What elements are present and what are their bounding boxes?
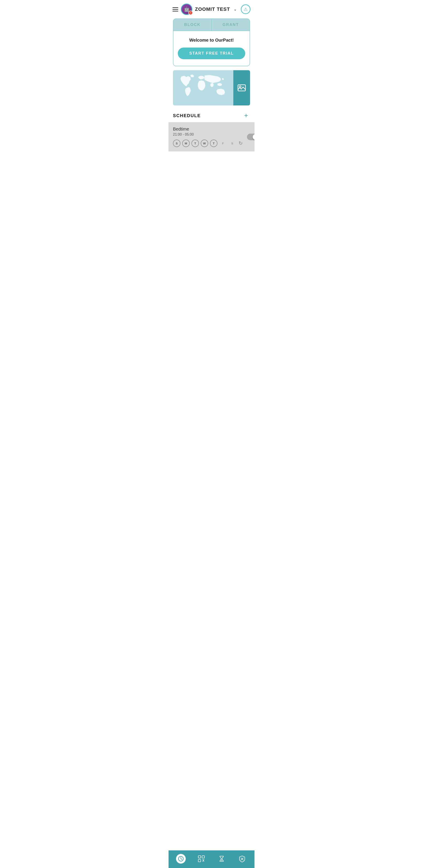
hourglass-icon <box>218 855 225 862</box>
add-schedule-button[interactable]: + <box>242 112 250 120</box>
schedule-time: 21:00 - 05:00 <box>173 132 243 136</box>
nav-schedule[interactable] <box>171 854 191 864</box>
schedule-nav-icon-wrap <box>176 854 186 864</box>
nav-block[interactable] <box>232 854 252 864</box>
map-image-button[interactable] <box>233 70 250 105</box>
repeat-icon[interactable]: ↻ <box>238 141 243 146</box>
app-header: 🤖 ! ZOOMIT TEST ⌄ ⚠ <box>169 0 254 19</box>
apps-icon <box>198 855 205 862</box>
tab-content-welcome: Welcome to OurPact! START FREE TRIAL <box>173 31 250 66</box>
start-trial-button[interactable]: START FREE TRIAL <box>178 48 245 59</box>
map-svg <box>173 70 233 105</box>
bedtime-schedule-card[interactable]: Bedtime 21:00 - 05:00 S M T W T F S ↻ <box>169 122 254 151</box>
day-friday[interactable]: F <box>219 140 227 147</box>
toggle-knob <box>253 134 254 140</box>
screen-time-nav-icon-wrap <box>217 854 226 864</box>
svg-rect-4 <box>198 856 201 858</box>
day-saturday[interactable]: S <box>228 140 236 147</box>
alert-icon: ⚠ <box>244 7 248 12</box>
day-sunday[interactable]: S <box>173 140 180 147</box>
clock-icon <box>178 856 184 862</box>
nav-apps[interactable] <box>191 854 212 864</box>
header-left: 🤖 ! ZOOMIT TEST ⌄ <box>172 3 237 15</box>
empty-space <box>169 151 254 217</box>
day-wednesday[interactable]: W <box>201 140 208 147</box>
tab-row: BLOCK GRANT <box>173 19 250 31</box>
image-icon <box>237 84 246 92</box>
welcome-text: Welcome to OurPact! <box>178 38 245 43</box>
chevron-down-icon[interactable]: ⌄ <box>233 7 237 12</box>
plus-icon: + <box>244 112 248 119</box>
day-tuesday[interactable]: T <box>192 140 199 147</box>
logo-badge: ! <box>188 10 193 15</box>
schedule-header: SCHEDULE + <box>169 105 254 122</box>
nav-screen-time[interactable] <box>212 854 232 864</box>
schedule-days: S M T W T F S ↻ <box>173 140 243 147</box>
apps-nav-icon-wrap <box>197 854 206 864</box>
svg-rect-1 <box>238 85 246 91</box>
app-logo[interactable]: 🤖 ! <box>181 3 192 15</box>
svg-rect-6 <box>198 860 201 862</box>
day-monday[interactable]: M <box>182 140 190 147</box>
schedule-card-inner: Bedtime 21:00 - 05:00 S M T W T F S ↻ <box>173 127 250 147</box>
schedule-name: Bedtime <box>173 127 243 132</box>
map-section <box>173 70 250 105</box>
shield-x-icon <box>238 855 246 862</box>
tab-grant[interactable]: GRANT <box>211 19 250 31</box>
alert-button[interactable]: ⚠ <box>241 4 251 14</box>
tab-block[interactable]: BLOCK <box>173 19 211 31</box>
world-map[interactable] <box>173 70 233 105</box>
day-thursday[interactable]: T <box>210 140 218 147</box>
hamburger-menu[interactable] <box>172 7 178 11</box>
schedule-info: Bedtime 21:00 - 05:00 S M T W T F S ↻ <box>173 127 243 147</box>
bedtime-toggle[interactable] <box>247 134 254 140</box>
svg-rect-5 <box>202 856 204 858</box>
block-grant-tabs: BLOCK GRANT Welcome to OurPact! START FR… <box>173 19 250 66</box>
app-title: ZOOMIT TEST <box>195 6 230 12</box>
block-nav-icon-wrap <box>237 854 247 864</box>
schedule-title: SCHEDULE <box>173 113 201 118</box>
bottom-navigation <box>169 850 254 868</box>
